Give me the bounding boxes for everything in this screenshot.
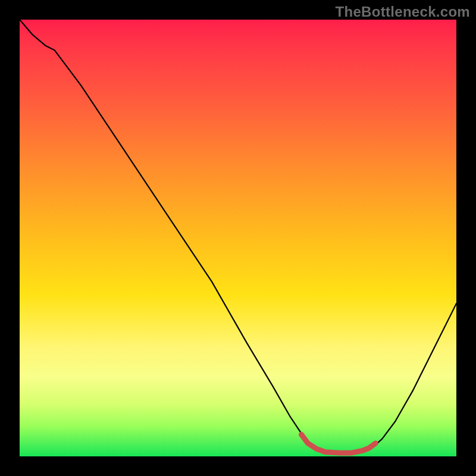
plot-area (20, 20, 456, 456)
bottleneck-curve (20, 20, 456, 456)
watermark-text: TheBottleneck.com (336, 4, 470, 20)
chart-frame: TheBottleneck.com (0, 0, 476, 476)
